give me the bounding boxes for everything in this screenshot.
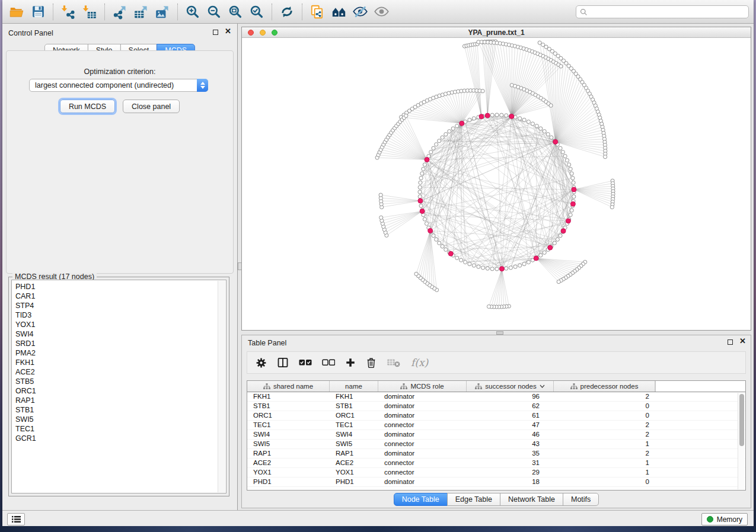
graph-node[interactable] (557, 280, 560, 284)
graph-node[interactable] (518, 264, 522, 267)
graph-node[interactable] (423, 163, 426, 166)
graph-hub-node[interactable] (548, 245, 553, 250)
open-session-button[interactable] (6, 2, 27, 21)
mcds-result-item[interactable]: CAR1 (12, 291, 217, 301)
table-row[interactable]: RAP1RAP1dominator352 (247, 449, 745, 459)
graph-node[interactable] (468, 262, 471, 266)
graph-hub-node[interactable] (509, 114, 514, 118)
graph-node[interactable] (567, 163, 571, 166)
graph-node[interactable] (418, 185, 422, 189)
graph-node[interactable] (569, 213, 572, 217)
graph-node[interactable] (379, 193, 382, 197)
graph-node[interactable] (490, 267, 494, 271)
graph-node[interactable] (495, 113, 499, 117)
export-image-button[interactable] (152, 2, 173, 21)
sort-chevron-icon[interactable] (540, 384, 545, 388)
graph-node[interactable] (527, 120, 530, 123)
graph-node[interactable] (509, 266, 512, 270)
select-all-columns-button[interactable] (299, 359, 312, 366)
graph-node[interactable] (472, 117, 476, 120)
table-scrollbar[interactable] (738, 393, 745, 489)
graph-node[interactable] (420, 172, 424, 175)
graph-node[interactable] (539, 127, 543, 130)
mcds-result-item[interactable]: STB1 (12, 405, 217, 415)
graph-node[interactable] (444, 133, 448, 136)
graph-hub-node[interactable] (420, 209, 425, 214)
mcds-result-item[interactable]: ORC1 (12, 386, 217, 396)
graph-node[interactable] (550, 136, 553, 139)
graph-node[interactable] (559, 146, 562, 150)
mcds-result-item[interactable]: GCR1 (12, 434, 217, 443)
graph-node[interactable] (438, 139, 441, 143)
table-row[interactable]: STB1STB1dominator620 (247, 402, 745, 411)
memory-button[interactable]: Memory (701, 513, 748, 525)
tab-edge-table[interactable]: Edge Table (447, 493, 500, 506)
refresh-layout-button[interactable] (276, 2, 298, 21)
zoom-out-button[interactable] (203, 2, 225, 21)
task-history-button[interactable] (7, 513, 25, 525)
graph-node[interactable] (460, 258, 463, 262)
tab-network-table[interactable]: Network Table (500, 493, 563, 506)
graph-hub-node[interactable] (460, 121, 464, 126)
graph-hub-node[interactable] (561, 229, 566, 233)
graph-node[interactable] (610, 206, 614, 209)
close-panel-button[interactable]: Close panel (123, 100, 180, 113)
criterion-select[interactable]: largest connected component (undirected) (29, 79, 208, 92)
graph-node[interactable] (531, 122, 534, 126)
graph-node[interactable] (481, 89, 484, 93)
graph-node[interactable] (429, 150, 433, 154)
graph-node[interactable] (481, 266, 485, 270)
mcds-result-item[interactable]: SRD1 (12, 339, 217, 348)
export-table-button[interactable] (130, 2, 152, 21)
duplicate-network-button[interactable] (307, 2, 328, 21)
zoom-selected-button[interactable] (246, 2, 267, 21)
graph-node[interactable] (418, 190, 422, 194)
import-network-button[interactable] (58, 2, 79, 21)
graph-node[interactable] (468, 118, 471, 121)
mcds-result-item[interactable]: SWI4 (12, 329, 217, 339)
table-row[interactable]: SWI5SWI5connector431 (247, 440, 745, 449)
graph-node[interactable] (538, 41, 541, 44)
mcds-result-item[interactable]: RAP1 (12, 396, 217, 405)
graph-hub-node[interactable] (572, 187, 576, 192)
graph-node[interactable] (435, 143, 438, 146)
table-settings-button[interactable] (256, 357, 267, 368)
mcds-result-item[interactable]: PHD1 (12, 282, 217, 291)
column-header[interactable]: predecessor nodes (554, 381, 655, 392)
mcds-result-item[interactable]: FKH1 (12, 358, 217, 367)
neighbors-button[interactable] (328, 2, 349, 21)
column-header[interactable]: MCDS role (378, 381, 467, 392)
export-network-button[interactable] (109, 2, 130, 21)
table-row[interactable]: ACE2ACE2connector311 (247, 459, 745, 468)
graph-node[interactable] (518, 117, 522, 120)
graph-node[interactable] (556, 238, 559, 241)
graph-node[interactable] (423, 217, 426, 221)
show-column-panel-button[interactable] (277, 357, 289, 368)
graph-hub-node[interactable] (566, 219, 570, 223)
graph-node[interactable] (535, 124, 538, 128)
mcds-result-item[interactable]: TEC1 (12, 424, 217, 434)
graph-node[interactable] (505, 114, 508, 117)
network-canvas[interactable] (242, 38, 751, 330)
graph-node[interactable] (571, 177, 575, 180)
graph-node[interactable] (444, 248, 448, 251)
table-row[interactable]: SWI4SWI4dominator462 (247, 430, 745, 440)
graph-node[interactable] (539, 254, 543, 257)
run-mcds-button[interactable]: Run MCDS (60, 100, 115, 113)
create-column-button[interactable] (345, 357, 356, 368)
table-row[interactable]: TEC1TEC1connector472 (247, 421, 745, 430)
graph-node[interactable] (451, 127, 455, 130)
graph-node[interactable] (432, 234, 435, 238)
graph-node[interactable] (570, 172, 573, 175)
graph-node[interactable] (418, 195, 422, 198)
graph-node[interactable] (404, 114, 408, 117)
graph-hub-node[interactable] (485, 113, 490, 118)
close-panel-icon[interactable]: ✕ (225, 27, 231, 36)
mcds-result-item[interactable]: YOX1 (12, 320, 217, 329)
zoom-fit-button[interactable] (225, 2, 246, 21)
column-header[interactable]: successor nodes (467, 381, 554, 392)
graph-node[interactable] (379, 216, 383, 219)
unselect-all-columns-button[interactable] (322, 359, 335, 366)
graph-node[interactable] (563, 155, 567, 158)
graph-node[interactable] (543, 251, 546, 254)
